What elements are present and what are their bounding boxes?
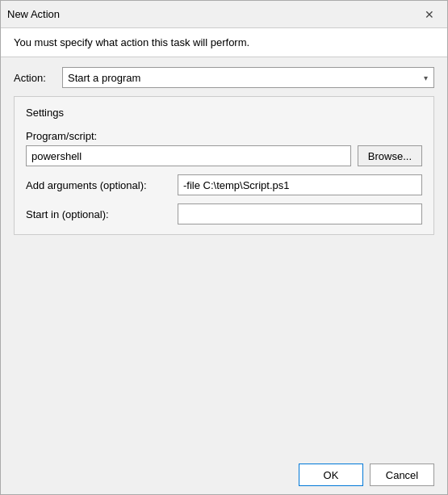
program-label: Program/script: [26, 130, 422, 142]
browse-button[interactable]: Browse... [358, 145, 422, 166]
startin-input[interactable] [178, 203, 422, 224]
footer: OK Cancel [1, 455, 447, 494]
arguments-label: Add arguments (optional): [26, 179, 171, 191]
program-section: Program/script: Browse... [26, 130, 422, 166]
cancel-button[interactable]: Cancel [370, 464, 434, 486]
close-button[interactable]: ✕ [418, 5, 441, 24]
spacer [14, 243, 434, 446]
ok-button[interactable]: OK [299, 464, 363, 486]
action-label: Action: [14, 72, 54, 84]
startin-label: Start in (optional): [26, 208, 171, 220]
info-bar: You must specify what action this task w… [1, 27, 447, 57]
dialog-title: New Action [7, 8, 60, 20]
info-message: You must specify what action this task w… [14, 36, 249, 48]
arguments-input[interactable] [178, 174, 422, 195]
program-row: Browse... [26, 145, 422, 166]
action-row: Action: Start a program Send an e-mail (… [14, 67, 434, 88]
action-select-wrapper: Start a program Send an e-mail (deprecat… [62, 67, 434, 88]
settings-title: Settings [26, 107, 422, 119]
program-input[interactable] [26, 145, 351, 166]
dialog-window: New Action ✕ You must specify what actio… [0, 0, 448, 495]
startin-row: Start in (optional): [26, 203, 422, 224]
settings-group: Settings Program/script: Browse... Add a… [14, 96, 434, 235]
action-select[interactable]: Start a program Send an e-mail (deprecat… [62, 67, 434, 88]
arguments-row: Add arguments (optional): [26, 174, 422, 195]
title-bar: New Action ✕ [1, 1, 447, 27]
body-content: Action: Start a program Send an e-mail (… [1, 57, 447, 455]
